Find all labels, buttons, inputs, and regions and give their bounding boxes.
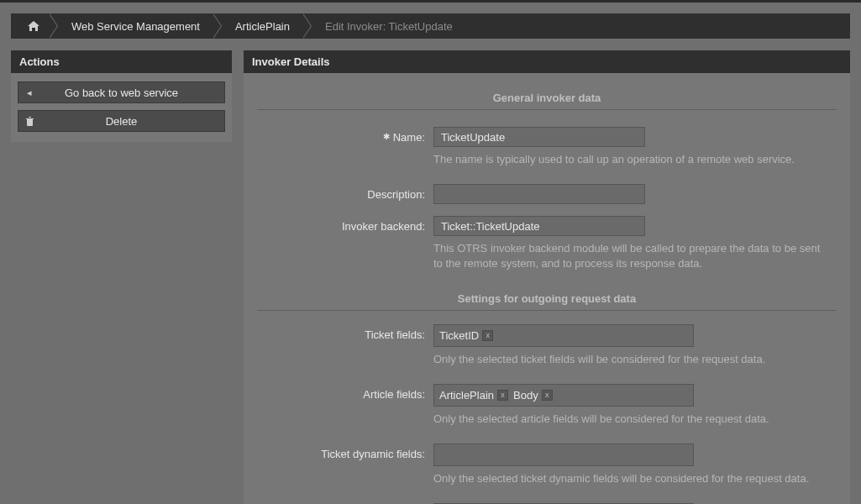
article-fields-select[interactable]: ArticlePlainxBodyx — [433, 384, 694, 407]
ticket-dyn-hint: Only the selected ticket dynamic fields … — [433, 471, 828, 486]
ticket-fields-select[interactable]: TicketIDx — [433, 324, 694, 347]
row-article-fields: Article fields: ArticlePlainxBodyx Only … — [257, 384, 837, 438]
name-hint: The name is typically used to call up an… — [433, 152, 828, 167]
breadcrumb-edit-label: Edit Invoker: TicketUpdate — [325, 20, 453, 33]
main-panel: Invoker Details General invoker data ✱Na… — [244, 50, 850, 504]
name-input[interactable] — [433, 127, 645, 147]
backend-label: Invoker backend: — [257, 216, 433, 233]
delete-button-label: Delete — [40, 115, 224, 128]
row-ticket-dyn: Ticket dynamic fields: Only the selected… — [257, 444, 837, 498]
tag-remove-icon[interactable]: x — [482, 330, 493, 341]
article-fields-hint: Only the selected article fields will be… — [433, 412, 828, 427]
sidebar: Actions ◂ Go back to web service Delete — [11, 50, 232, 504]
ticket-fields-hint: Only the selected ticket fields will be … — [433, 352, 828, 367]
breadcrumb-wsm[interactable]: Web Service Management — [51, 13, 215, 39]
ticket-dyn-label: Ticket dynamic fields: — [257, 444, 433, 460]
breadcrumb-article[interactable]: ArticlePlain — [215, 13, 305, 39]
breadcrumb-article-label: ArticlePlain — [235, 20, 290, 33]
tag-remove-icon[interactable]: x — [542, 390, 553, 401]
breadcrumb-edit: Edit Invoker: TicketUpdate — [305, 13, 468, 39]
ticket-dyn-select[interactable] — [433, 444, 694, 466]
tag: Bodyx — [513, 389, 553, 402]
tag: TicketIDx — [439, 329, 493, 342]
main-title: Invoker Details — [244, 50, 850, 73]
breadcrumb: Web Service Management ArticlePlain Edit… — [11, 13, 850, 39]
ticket-fields-label: Ticket fields: — [257, 324, 433, 341]
section-rule — [257, 109, 837, 110]
row-name: ✱Name: The name is typically used to cal… — [257, 127, 837, 179]
section-outgoing-title: Settings for outgoing request data — [257, 292, 837, 305]
row-ticket-fields: Ticket fields: TicketIDx Only the select… — [257, 324, 837, 379]
tag-label: ArticlePlain — [439, 389, 494, 402]
sidebar-title: Actions — [11, 50, 232, 73]
backend-value: Ticket::TicketUpdate — [433, 216, 645, 236]
row-backend: Invoker backend: Ticket::TicketUpdate Th… — [257, 216, 837, 283]
section-rule-2 — [257, 310, 837, 311]
breadcrumb-home[interactable] — [19, 13, 51, 39]
name-label: ✱Name: — [257, 127, 433, 144]
row-description: Description: — [257, 184, 837, 211]
back-button[interactable]: ◂ Go back to web service — [18, 81, 225, 103]
trash-icon — [18, 116, 40, 126]
back-button-label: Go back to web service — [40, 87, 224, 99]
article-fields-label: Article fields: — [257, 384, 433, 401]
description-input[interactable] — [433, 184, 645, 204]
backend-hint: This OTRS invoker backend module will be… — [433, 241, 828, 271]
breadcrumb-wsm-label: Web Service Management — [71, 20, 200, 33]
name-label-text: Name: — [393, 131, 425, 144]
back-icon: ◂ — [18, 87, 40, 98]
tag: ArticlePlainx — [439, 389, 508, 402]
description-label: Description: — [257, 184, 433, 201]
tag-label: TicketID — [439, 329, 479, 342]
section-general-title: General invoker data — [257, 92, 837, 104]
home-icon — [28, 21, 39, 31]
tag-remove-icon[interactable]: x — [497, 390, 508, 401]
tag-label: Body — [513, 389, 538, 402]
delete-button[interactable]: Delete — [18, 110, 225, 132]
